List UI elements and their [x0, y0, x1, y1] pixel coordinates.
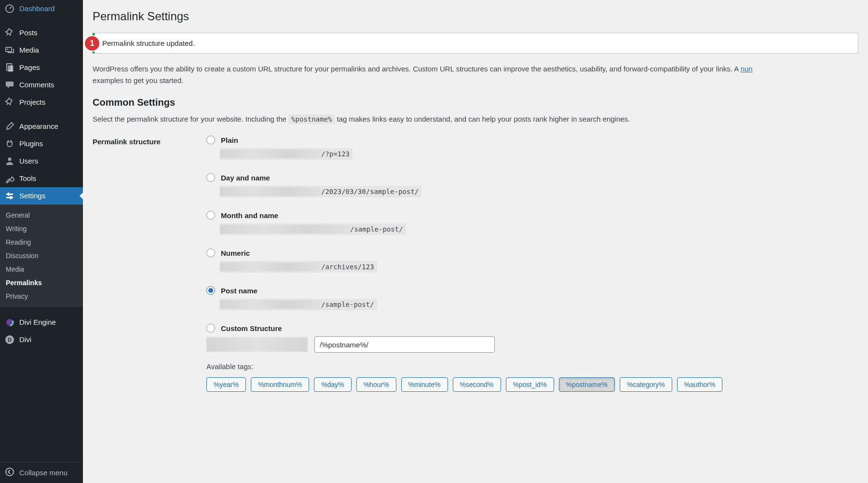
- sidebar-item-appearance[interactable]: Appearance: [0, 118, 83, 135]
- tag-postname[interactable]: %postname%: [559, 377, 615, 392]
- collapse-menu-button[interactable]: Collapse menu: [0, 462, 83, 483]
- sidebar-item-label: Divi Engine: [19, 317, 56, 327]
- sidebar-item-comments[interactable]: Comments: [0, 76, 83, 94]
- available-tags-label: Available tags:: [206, 362, 858, 371]
- sidebar-item-posts[interactable]: Posts: [0, 24, 83, 41]
- sidebar-item-divi-engine[interactable]: Divi Engine: [0, 314, 83, 331]
- radio-month-name-input[interactable]: [206, 211, 215, 220]
- example-plain: /?p=123: [220, 148, 353, 160]
- comment-icon: [5, 80, 14, 90]
- permalink-structure-label: Permalink structure: [93, 136, 206, 146]
- example-month-name: /sample-post/: [220, 223, 406, 235]
- pin-icon: [5, 28, 14, 38]
- user-icon: [5, 156, 14, 166]
- main-content: Permalink Settings 1 Permalink structure…: [83, 0, 868, 483]
- blurred-host: [206, 337, 308, 352]
- sidebar-item-users[interactable]: Users: [0, 152, 83, 170]
- help-line: Select the permalink structure for your …: [93, 115, 858, 123]
- subitem-permalinks[interactable]: Permalinks: [0, 276, 83, 290]
- sidebar-item-tools[interactable]: Tools: [0, 170, 83, 187]
- radio-day-name-input[interactable]: [206, 173, 215, 182]
- admin-sidebar: Dashboard Posts Media Pages Comments Pro…: [0, 0, 83, 483]
- blurred-host: [220, 187, 321, 196]
- tag-post-id[interactable]: %post_id%: [506, 377, 554, 392]
- radio-numeric-input[interactable]: [206, 248, 215, 257]
- svg-rect-6: [6, 193, 13, 195]
- subitem-media[interactable]: Media: [0, 262, 83, 276]
- tag-minute[interactable]: %minute%: [401, 377, 448, 392]
- tag-author[interactable]: %author%: [677, 377, 723, 392]
- svg-rect-8: [8, 193, 9, 196]
- collapse-icon: [5, 467, 14, 478]
- postname-tag-example: %postname%: [288, 114, 335, 124]
- tag-category[interactable]: %category%: [620, 377, 672, 392]
- sidebar-item-dashboard[interactable]: Dashboard: [0, 0, 83, 17]
- svg-rect-1: [6, 47, 12, 52]
- settings-icon: [5, 191, 14, 201]
- tag-hour[interactable]: %hour%: [356, 377, 396, 392]
- blurred-host: [220, 225, 350, 234]
- sidebar-item-label: Appearance: [19, 122, 58, 131]
- pin-icon: [5, 97, 14, 107]
- radio-custom[interactable]: Custom Structure: [206, 324, 858, 332]
- sidebar-item-label: Projects: [19, 97, 45, 107]
- radio-post-name-label: Post name: [221, 287, 258, 295]
- intro-link[interactable]: nun: [741, 65, 753, 73]
- subitem-privacy[interactable]: Privacy: [0, 290, 83, 303]
- sidebar-item-settings[interactable]: Settings: [0, 187, 83, 205]
- radio-post-name-input[interactable]: [206, 286, 215, 295]
- option-custom: Custom Structure Available tags: %year% …: [206, 324, 858, 392]
- tag-monthnum[interactable]: %monthnum%: [251, 377, 309, 392]
- annotation-badge: 1: [85, 36, 99, 51]
- blurred-host: [220, 262, 321, 271]
- subitem-writing[interactable]: Writing: [0, 222, 83, 235]
- tag-second[interactable]: %second%: [453, 377, 501, 392]
- sidebar-item-label: Pages: [19, 63, 40, 72]
- blurred-host: [220, 150, 321, 158]
- sidebar-item-pages[interactable]: Pages: [0, 59, 83, 76]
- divi-icon: D: [5, 335, 14, 345]
- svg-point-5: [8, 158, 12, 161]
- sidebar-item-label: Posts: [19, 28, 38, 38]
- subitem-general[interactable]: General: [0, 208, 83, 222]
- page-icon: [5, 63, 14, 72]
- radio-numeric-label: Numeric: [221, 249, 250, 257]
- media-icon: [5, 45, 14, 55]
- subitem-discussion[interactable]: Discussion: [0, 249, 83, 262]
- radio-month-name[interactable]: Month and name: [206, 211, 858, 220]
- radio-custom-input[interactable]: [206, 324, 215, 332]
- option-numeric: Numeric /archives/123: [206, 248, 858, 273]
- radio-plain-input[interactable]: [206, 136, 215, 144]
- radio-day-name[interactable]: Day and name: [206, 173, 858, 182]
- sidebar-item-divi[interactable]: D Divi: [0, 331, 83, 348]
- option-day-name: Day and name /2023/03/30/sample-post/: [206, 173, 858, 197]
- sidebar-item-label: Tools: [19, 174, 36, 183]
- radio-numeric[interactable]: Numeric: [206, 248, 858, 257]
- sidebar-item-label: Settings: [19, 191, 45, 201]
- sidebar-item-label: Comments: [19, 80, 54, 90]
- radio-plain-label: Plain: [221, 136, 238, 144]
- svg-rect-7: [6, 197, 13, 198]
- custom-structure-input[interactable]: [314, 336, 495, 353]
- common-settings-heading: Common Settings: [93, 97, 858, 108]
- subitem-reading[interactable]: Reading: [0, 235, 83, 249]
- success-notice: 1 Permalink structure updated.: [93, 33, 858, 54]
- collapse-label: Collapse menu: [19, 469, 68, 477]
- radio-post-name[interactable]: Post name: [206, 286, 858, 295]
- tag-day[interactable]: %day%: [314, 377, 351, 392]
- sidebar-item-projects[interactable]: Projects: [0, 94, 83, 111]
- sidebar-item-media[interactable]: Media: [0, 41, 83, 59]
- tag-year[interactable]: %year%: [206, 377, 246, 392]
- option-plain: Plain /?p=123: [206, 136, 858, 160]
- plug-icon: [5, 139, 14, 149]
- svg-point-2: [7, 49, 9, 50]
- sidebar-item-label: Media: [19, 45, 39, 55]
- sidebar-item-plugins[interactable]: Plugins: [0, 135, 83, 152]
- available-tags-row: %year% %monthnum% %day% %hour% %minute% …: [206, 377, 858, 392]
- svg-text:D: D: [8, 337, 12, 343]
- svg-point-14: [6, 468, 14, 476]
- sidebar-item-label: Plugins: [19, 139, 43, 149]
- sidebar-item-label: Dashboard: [19, 4, 54, 14]
- svg-rect-4: [8, 65, 14, 72]
- radio-plain[interactable]: Plain: [206, 136, 858, 144]
